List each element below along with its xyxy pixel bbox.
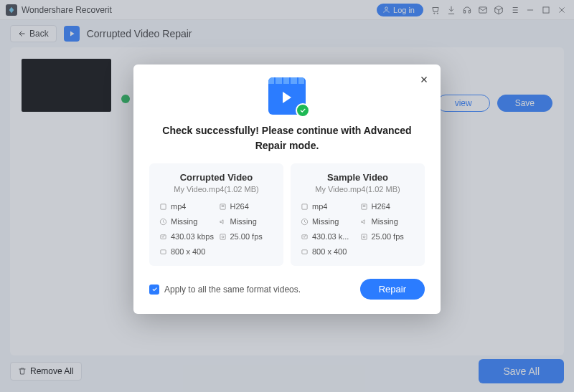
advanced-repair-modal: Check successfully! Please continue with… (133, 64, 441, 314)
sample-video-card: Sample Video My Video.mp4(1.02 MB) mp4 H… (291, 163, 425, 266)
svg-rect-5 (161, 204, 166, 209)
bitrate-cell: 430.03 k... (301, 232, 356, 241)
audio-cell: Missing (360, 217, 415, 226)
svg-rect-11 (161, 249, 166, 254)
svg-rect-9 (220, 234, 225, 239)
card-title: Sample Video (301, 172, 415, 183)
checkbox-checked-icon (149, 285, 159, 295)
format-cell: mp4 (301, 202, 356, 211)
bitrate-cell: 430.03 kbps (159, 232, 215, 241)
svg-rect-12 (302, 204, 307, 209)
svg-point-10 (222, 236, 224, 238)
duration-cell: Missing (301, 217, 356, 226)
duration-cell: Missing (159, 217, 215, 226)
codec-cell: H264 (219, 202, 274, 211)
close-icon[interactable] (418, 73, 430, 86)
resolution-cell: 800 x 400 (159, 247, 215, 256)
repair-button[interactable]: Repair (360, 279, 425, 300)
card-subtitle: My Video.mp4(1.02 MB) (301, 185, 415, 193)
apply-all-checkbox[interactable]: Apply to all the same format videos. (149, 285, 301, 295)
modal-hero (149, 77, 425, 115)
modal-footer: Apply to all the same format videos. Rep… (149, 279, 425, 300)
card-title: Corrupted Video (159, 172, 273, 183)
svg-point-17 (363, 236, 365, 238)
corrupted-video-card: Corrupted Video My Video.mp4(1.02 MB) mp… (149, 163, 283, 266)
modal-headline: Check successfully! Please continue with… (149, 123, 425, 163)
format-cell: mp4 (159, 202, 215, 211)
codec-cell: H264 (360, 202, 415, 211)
fps-cell: 25.00 fps (219, 232, 274, 241)
fps-cell: 25.00 fps (360, 232, 415, 241)
audio-cell: Missing (219, 217, 274, 226)
apply-all-label: Apply to all the same format videos. (164, 285, 301, 295)
video-info-cards: Corrupted Video My Video.mp4(1.02 MB) mp… (149, 163, 425, 266)
card-subtitle: My Video.mp4(1.02 MB) (159, 185, 273, 193)
svg-rect-18 (302, 249, 307, 254)
svg-rect-16 (361, 234, 366, 239)
resolution-cell: 800 x 400 (301, 247, 356, 256)
video-success-icon (268, 77, 306, 115)
